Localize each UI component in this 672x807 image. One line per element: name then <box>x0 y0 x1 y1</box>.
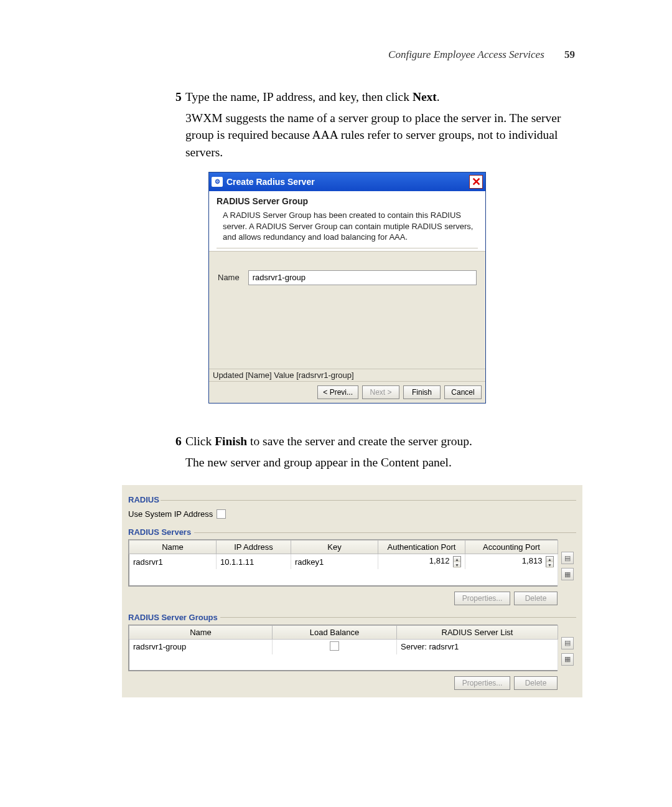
dialog-button-row: < Previ... Next > Finish Cancel <box>209 381 485 403</box>
page-header: Configure Employee Access Services 59 <box>388 49 575 61</box>
step-5-body: 5 Type the name, IP address, and key, th… <box>185 88 584 161</box>
close-button[interactable]: ✕ <box>469 175 483 189</box>
group-row[interactable]: radsrvr1-group Server: radsrvr1 <box>129 639 558 654</box>
dialog-body: Name <box>209 252 485 369</box>
step5-intro-after: . <box>437 90 440 103</box>
dialog-status: Updated [Name] Value [radsrvr1-group] <box>209 369 485 381</box>
radius-servers-label-text: RADIUS Servers <box>128 527 191 537</box>
server-row[interactable]: radsrvr1 10.1.1.11 radkey1 1,812 ▲▼ 1,81… <box>129 554 558 570</box>
step5-intro-before: Type the name, IP address, and key, then… <box>185 90 413 103</box>
groups-table-box: Name Load Balance RADIUS Server List rad… <box>128 625 558 672</box>
gcell-list: Server: radsrvr1 <box>397 639 558 654</box>
auth-port-spinner[interactable]: ▲▼ <box>453 556 461 567</box>
auth-port-value: 1,812 <box>429 556 450 565</box>
col-ip[interactable]: IP Address <box>217 540 291 554</box>
use-system-ip-row: Use System IP Address <box>128 509 576 519</box>
groups-table-wrap: Name Load Balance RADIUS Server List rad… <box>128 625 576 672</box>
previous-button[interactable]: < Previ... <box>317 385 358 399</box>
name-label: Name <box>218 270 240 282</box>
cell-name: radsrvr1 <box>129 554 217 570</box>
gcell-lb <box>273 639 397 654</box>
cell-key: radkey1 <box>291 554 378 570</box>
servers-table-box: Name IP Address Key Authentication Port … <box>128 539 558 587</box>
dialog-description: A RADIUS Server Group has been created t… <box>217 210 478 248</box>
gcell-name: radsrvr1-group <box>129 639 273 654</box>
app-icon: ⚙ <box>212 177 223 187</box>
servers-table-wrap: Name IP Address Key Authentication Port … <box>128 539 576 587</box>
groups-delete-button: Delete <box>514 676 558 690</box>
step5-para: 3WXM suggests the name of a server group… <box>185 110 584 161</box>
move-down-icon[interactable]: ▦ <box>561 568 574 580</box>
col-auth-port[interactable]: Authentication Port <box>378 540 465 554</box>
groups-side-icons: ▤ ▦ <box>561 625 574 666</box>
step5-intro-bold: Next <box>413 90 437 103</box>
radius-groups-section-label: RADIUS Server Groups <box>128 613 576 622</box>
col-key[interactable]: Key <box>291 540 378 554</box>
use-system-ip-checkbox[interactable] <box>217 509 226 519</box>
col-name[interactable]: Name <box>129 540 217 554</box>
radius-servers-section-label: RADIUS Servers <box>128 527 576 537</box>
close-icon: ✕ <box>472 176 481 187</box>
step-number-6: 6 <box>175 433 182 450</box>
radius-label-text: RADIUS <box>128 495 159 504</box>
groups-properties-button: Properties... <box>454 676 510 690</box>
cancel-button[interactable]: Cancel <box>444 385 482 399</box>
next-button: Next > <box>362 385 399 399</box>
dialog-title: Create Radius Server <box>226 177 315 187</box>
radius-panel: RADIUS Use System IP Address RADIUS Serv… <box>122 485 582 697</box>
step6-intro-after: to save the server and create the server… <box>247 435 472 448</box>
gcol-lb[interactable]: Load Balance <box>273 625 397 639</box>
acct-port-spinner[interactable]: ▲▼ <box>546 556 554 567</box>
gcol-list[interactable]: RADIUS Server List <box>397 625 558 639</box>
cell-ip: 10.1.1.11 <box>217 554 291 570</box>
servers-properties-button: Properties... <box>454 592 510 605</box>
radius-servers-table: Name IP Address Key Authentication Port … <box>129 540 558 586</box>
gcol-name[interactable]: Name <box>129 625 273 639</box>
step6-intro-before: Click <box>185 435 215 448</box>
page-number: 59 <box>564 49 575 60</box>
use-system-ip-label: Use System IP Address <box>128 509 213 519</box>
load-balance-checkbox[interactable] <box>330 641 339 651</box>
dialog-header: RADIUS Server Group A RADIUS Server Grou… <box>209 191 485 252</box>
groups-button-row: Properties... Delete <box>128 671 558 691</box>
servers-delete-button: Delete <box>514 592 558 605</box>
step-6-body: 6 Click Finish to save the server and cr… <box>185 433 584 471</box>
group-move-up-icon[interactable]: ▤ <box>561 637 574 649</box>
step6-intro-bold: Finish <box>215 435 247 448</box>
name-input[interactable] <box>248 270 477 285</box>
cell-acct-port: 1,813 ▲▼ <box>465 554 558 570</box>
step6-para: The new server and group appear in the C… <box>185 454 584 471</box>
dialog-titlebar: ⚙ Create Radius Server ✕ <box>209 172 485 191</box>
radius-section-label: RADIUS <box>128 495 576 504</box>
acct-port-value: 1,813 <box>522 556 543 565</box>
step-number-5: 5 <box>175 88 182 106</box>
group-move-down-icon[interactable]: ▦ <box>561 653 574 666</box>
col-acct-port[interactable]: Accounting Port <box>465 540 558 554</box>
create-radius-server-dialog: ⚙ Create Radius Server ✕ RADIUS Server G… <box>208 172 486 404</box>
finish-button[interactable]: Finish <box>403 385 441 399</box>
dialog-heading: RADIUS Server Group <box>217 196 478 206</box>
servers-side-icons: ▤ ▦ <box>561 539 574 580</box>
move-up-icon[interactable]: ▤ <box>561 552 574 564</box>
radius-groups-table: Name Load Balance RADIUS Server List rad… <box>129 625 558 671</box>
servers-button-row: Properties... Delete <box>128 587 558 606</box>
section-title: Configure Employee Access Services <box>388 49 544 60</box>
cell-auth-port: 1,812 ▲▼ <box>378 554 465 570</box>
radius-groups-label-text: RADIUS Server Groups <box>128 613 218 622</box>
